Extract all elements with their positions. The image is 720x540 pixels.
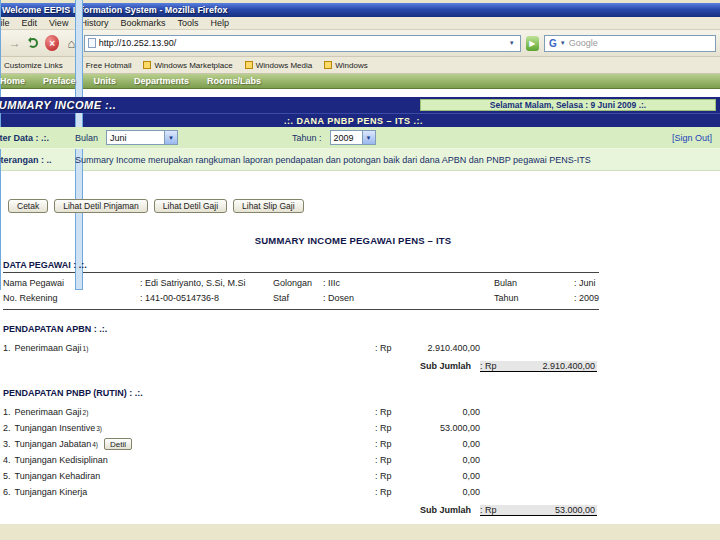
row-amount: 0,00 <box>401 455 480 465</box>
rp-prefix: : Rp <box>480 505 506 515</box>
reload-icon <box>28 38 38 48</box>
row-amount: 53.000,00 <box>401 423 480 433</box>
search-input[interactable]: G ▼ Google <box>544 35 716 52</box>
address-bar[interactable]: http://10.252.13.90/ ▼ <box>84 35 521 52</box>
field-tahun: Tahun : 2009 <box>494 293 599 303</box>
select-arrow-icon: ▼ <box>164 131 177 144</box>
go-button[interactable]: ▶ <box>526 36 539 51</box>
bookmark-label: Free Hotmail <box>86 61 132 70</box>
row-amount: 0,00 <box>401 439 480 449</box>
field-value: : 141-00-0514736-8 <box>140 293 219 303</box>
income-row: 5. Tunjangan Kehadiran : Rp 0,00 <box>3 468 599 484</box>
income-row: 1. Penerimaan Gaji 2) : Rp 0,00 <box>3 404 599 420</box>
apbn-subtotal-row: Sub Jumlah : Rp 2.910.400,00 <box>420 358 599 374</box>
sign-out-link[interactable]: [Sign Out] <box>672 133 712 143</box>
page-header: SUMMARY INCOME :.. Selamat Malam, Selasa… <box>0 97 720 113</box>
report-table: DATA PEGAWAI : .:. Nama Pegawai : Edi Sa… <box>3 260 599 518</box>
field-label: Staf <box>273 293 323 303</box>
bulan-value: Juni <box>110 133 127 143</box>
row-amount: 2.910.400,00 <box>401 343 480 353</box>
rp-prefix: : Rp <box>480 361 506 371</box>
bookmark-icon <box>245 61 253 69</box>
detil-button[interactable]: Detil <box>104 438 132 450</box>
row-label: Tunjangan Kehadiran <box>15 471 101 481</box>
cetak-button[interactable]: Cetak <box>8 199 48 213</box>
divider <box>3 309 599 310</box>
pnbp-heading: PENDAPATAN PNBP (RUTIN) : .:. <box>3 388 599 398</box>
field-nama-pegawai: Nama Pegawai : Edi Satriyanto, S.Si, M.S… <box>3 278 273 288</box>
field-value: : 2009 <box>574 293 599 303</box>
section-pnbp: PENDAPATAN PNBP (RUTIN) : .:. 1. Penerim… <box>3 388 599 518</box>
bulan-select[interactable]: Juni ▼ <box>106 130 178 145</box>
google-icon: G <box>549 38 557 49</box>
bookmark-label: Customize Links <box>4 61 63 70</box>
search-engine-dropdown-icon[interactable]: ▼ <box>560 40 566 46</box>
income-row: 1. Penerimaan Gaji 1) : Rp 2.910.400,00 <box>3 340 599 356</box>
page-title: SUMMARY INCOME :.. <box>0 99 116 111</box>
bookmark-icon <box>143 61 151 69</box>
row-amount: 0,00 <box>401 471 480 481</box>
filter-label: Filter Data : .:. <box>0 133 75 143</box>
web-page: Home Preface Units Departments Rooms/Lab… <box>0 74 720 524</box>
footnote-marker: 1) <box>83 345 89 352</box>
field-label: Bulan <box>494 278 574 288</box>
row-number: 3. <box>3 439 11 449</box>
row-label: Tunjangan Kinerja <box>15 487 88 497</box>
income-row: 2. Tunjangan Insentive 3) : Rp 53.000,00 <box>3 420 599 436</box>
footnote-marker: 4) <box>92 441 98 448</box>
menu-tools[interactable]: Tools <box>171 18 204 28</box>
lihat-detil-pinjaman-button[interactable]: Lihat Detil Pinjaman <box>54 199 148 213</box>
bookmark-windows-media[interactable]: Windows Media <box>245 61 312 70</box>
nav-item-rooms-labs[interactable]: Rooms/Labs <box>198 76 270 86</box>
nav-item-departments[interactable]: Departments <box>125 76 198 86</box>
bookmarks-toolbar: Customize Links Free Hotmail Windows Mar… <box>0 57 720 74</box>
go-icon: ▶ <box>529 39 535 48</box>
rp-prefix: : Rp <box>375 439 401 449</box>
bookmark-windows[interactable]: Windows <box>324 61 367 70</box>
bookmark-label: Windows Marketplace <box>154 61 232 70</box>
rp-prefix: : Rp <box>375 471 401 481</box>
keterangan-label: Keterangan : .. <box>0 155 75 165</box>
row-number: 2. <box>3 423 11 433</box>
subtotal-amount: 2.910.400,00 <box>506 361 597 371</box>
income-row: 3. Tunjangan Jabatan 4) Detil : Rp 0,00 <box>3 436 599 452</box>
rp-prefix: : Rp <box>375 407 401 417</box>
row-number: 1. <box>3 343 11 353</box>
nav-item-home[interactable]: Home <box>0 76 34 86</box>
field-bulan: Bulan : Juni <box>494 278 599 288</box>
row-number: 1. <box>3 407 11 417</box>
footnote-marker: 2) <box>83 409 89 416</box>
pnbp-subtotal-row: Sub Jumlah : Rp 53.000,00 <box>420 502 599 518</box>
field-label: Tahun <box>494 293 574 303</box>
row-label: Tunjangan Jabatan <box>15 439 92 449</box>
data-pegawai-rows: Nama Pegawai : Edi Satriyanto, S.Si, M.S… <box>3 275 599 307</box>
apbn-heading: PENDAPATAN APBN : .:. <box>3 324 599 334</box>
row-label: Penerimaan Gaji <box>15 407 82 417</box>
income-row: 6. Tunjangan Kinerja : Rp 0,00 <box>3 484 599 500</box>
nav-item-preface[interactable]: Preface <box>34 76 85 86</box>
tahun-value: 2009 <box>334 133 354 143</box>
subtotal-amount: 53.000,00 <box>506 505 597 515</box>
menu-help[interactable]: Help <box>204 18 235 28</box>
field-value: : IIIc <box>323 278 340 288</box>
lihat-detil-gaji-button[interactable]: Lihat Detil Gaji <box>154 199 227 213</box>
action-buttons: Cetak Lihat Detil Pinjaman Lihat Detil G… <box>8 199 720 213</box>
subtotal-label: Sub Jumlah <box>420 361 480 371</box>
field-label: Nama Pegawai <box>3 278 140 288</box>
row-number: 4. <box>3 455 11 465</box>
row-label: Tunjangan Insentive <box>15 423 96 433</box>
field-label: Golongan <box>273 278 323 288</box>
field-value: : Edi Satriyanto, S.Si, M.Si <box>140 278 246 288</box>
search-engine-label: Google <box>569 38 598 48</box>
nav-item-units[interactable]: Units <box>85 76 126 86</box>
field-label: No. Rekening <box>3 293 140 303</box>
keterangan-text: Summary Income merupakan rangkuman lapor… <box>75 155 591 165</box>
field-value: : Juni <box>574 278 596 288</box>
row-label: Tunjangan Kedisiplinan <box>15 455 108 465</box>
bookmark-label: Windows Media <box>256 61 312 70</box>
tahun-select[interactable]: 2009 ▼ <box>330 130 376 145</box>
url-dropdown-icon[interactable]: ▼ <box>507 40 517 46</box>
bookmark-windows-marketplace[interactable]: Windows Marketplace <box>143 61 232 70</box>
browser-window: Welcome EEPIS Information System - Mozil… <box>0 3 720 524</box>
lihat-slip-gaji-button[interactable]: Lihat Slip Gaji <box>233 199 303 213</box>
